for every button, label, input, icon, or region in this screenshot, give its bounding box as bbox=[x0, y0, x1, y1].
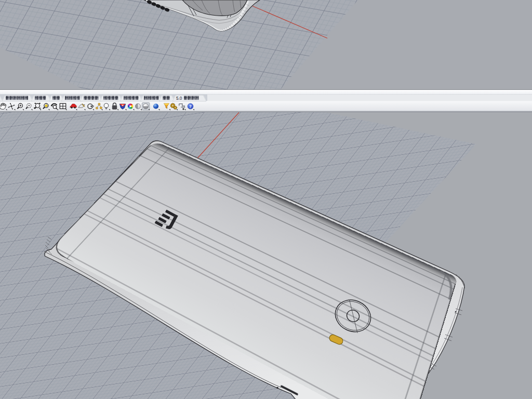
svg-text:5.0: 5.0 bbox=[176, 96, 182, 101]
svg-text:?: ? bbox=[189, 104, 191, 109]
